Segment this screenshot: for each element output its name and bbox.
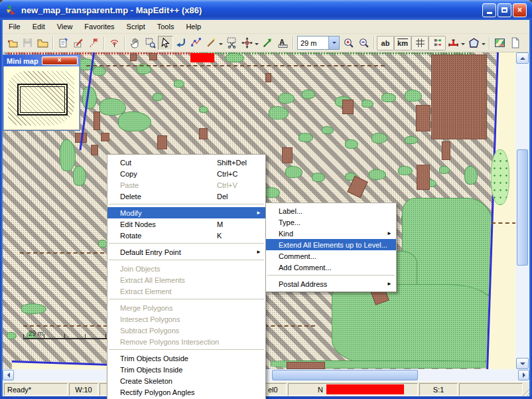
menu-separator	[109, 349, 264, 351]
menu-item-type[interactable]: Type...	[266, 216, 396, 228]
minimap-body[interactable]	[3, 66, 80, 130]
toolbar-separator	[489, 37, 490, 50]
junction-tool-icon[interactable]	[446, 36, 461, 50]
vertical-scrollbar-thumb[interactable]	[517, 149, 528, 266]
status-n-progress: N	[288, 383, 418, 396]
map-view-icon[interactable]	[492, 36, 507, 50]
menubar-item-script[interactable]: Script	[121, 21, 151, 33]
menubar-item-favorites[interactable]: Favorites	[78, 21, 120, 33]
menu-item-rectify-polygon-angles[interactable]: Rectify Polygon Angles	[107, 386, 265, 398]
minimize-button[interactable]	[482, 3, 496, 17]
menu-item-cut[interactable]: CutShift+Del	[107, 157, 265, 168]
menu-item-comment[interactable]: Comment...	[266, 250, 396, 262]
zoom-out-icon[interactable]	[356, 36, 371, 50]
toolbar-separator	[52, 37, 54, 50]
scroll-down-icon[interactable]	[516, 358, 529, 369]
scroll-left-icon[interactable]	[3, 370, 14, 380]
menu-item-trim-objects-outside[interactable]: Trim Objects Outside	[107, 353, 265, 364]
menu-item-merge-polygons: Merge Polygons	[107, 302, 265, 313]
menu-item-postal-address[interactable]: Postal Address►	[266, 278, 396, 289]
menu-item-label[interactable]: Label...	[266, 205, 396, 216]
zoom-scale-value: 29 m	[298, 39, 328, 47]
menu-item-modify[interactable]: Modify►	[107, 207, 265, 218]
submenu-arrow-icon: ►	[386, 281, 392, 287]
map-feature-d	[492, 222, 515, 224]
polyline-icon[interactable]	[188, 36, 204, 50]
minimap-close-icon: ×	[58, 56, 62, 64]
window-title: new_map_transparent.mp - MapEdit++ (x86)	[21, 5, 481, 15]
status-empty	[459, 383, 523, 396]
submenu-arrow-icon: ►	[255, 210, 261, 216]
menubar-item-file[interactable]: File	[3, 21, 27, 33]
grid-toggle-icon[interactable]	[411, 36, 429, 50]
scroll-up-icon[interactable]	[516, 52, 529, 64]
magic-wand-icon[interactable]	[204, 36, 219, 50]
zoom-scale-combo[interactable]: 29 m	[297, 36, 340, 50]
polygon-dropdown-icon[interactable]	[482, 43, 486, 47]
menu-item-extend-all-elements-up-to-level[interactable]: Extend All Elements up to Level...	[266, 239, 396, 250]
new-file-icon[interactable]	[507, 36, 523, 50]
menubar-item-view[interactable]: View	[51, 21, 79, 33]
submenu-arrow-icon: ►	[386, 230, 392, 236]
attach-node-icon[interactable]	[173, 36, 188, 50]
zoom-in-icon[interactable]	[341, 36, 356, 50]
open-map-icon[interactable]	[5, 36, 20, 50]
zoom-region-icon[interactable]	[143, 36, 158, 50]
wizard-icon[interactable]	[71, 36, 86, 50]
maximize-icon	[501, 7, 507, 13]
transform-move-icon[interactable]	[239, 36, 255, 50]
select-cursor-icon[interactable]	[158, 36, 173, 50]
polygon-tool-icon[interactable]	[466, 36, 482, 50]
minimap-panel: Mini map ×	[3, 54, 80, 131]
nodes-toggle-icon[interactable]	[429, 36, 446, 50]
submenu-arrow-icon: ►	[255, 249, 261, 255]
menu-item-kind[interactable]: Kind►	[266, 228, 396, 239]
menubar-item-edit[interactable]: Edit	[27, 21, 51, 33]
maximize-button[interactable]	[498, 3, 511, 17]
direction-icon[interactable]	[260, 36, 275, 50]
menu-item-add-comment[interactable]: Add Comment...	[266, 262, 396, 273]
toolbar-separator	[293, 37, 294, 50]
scroll-right-icon[interactable]	[518, 370, 529, 380]
minimap-viewport-rect[interactable]	[17, 84, 68, 116]
toolbar-separator	[373, 37, 375, 50]
menubar-item-help[interactable]: Help	[180, 21, 207, 33]
menu-item-edit-nodes[interactable]: Edit NodesM	[107, 218, 265, 230]
menu-item-subtract-polygons: Subtract Polygons	[107, 325, 265, 336]
horizontal-scrollbar[interactable]	[3, 369, 529, 381]
menu-item-extract-element: Extract Element	[107, 285, 265, 297]
pan-hand-icon[interactable]	[127, 36, 143, 50]
menubar-item-tools[interactable]: Tools	[151, 21, 180, 33]
combo-dropdown-icon[interactable]	[328, 37, 339, 49]
menu-item-default-entry-point[interactable]: Default Entry Point►	[107, 246, 265, 258]
menu-separator	[109, 204, 264, 205]
context-menu: CutShift+DelCopyCtrl+CPasteCtrl+VDeleteD…	[107, 154, 266, 399]
signal-icon[interactable]	[107, 36, 122, 50]
menu-item-trim-objects-inside[interactable]: Trim Objects Inside	[107, 364, 265, 375]
transform-dropdown-icon[interactable]	[255, 43, 259, 47]
menu-item-copy[interactable]: CopyCtrl+C	[107, 168, 265, 179]
labels-toggle-button[interactable]: ab	[377, 36, 394, 50]
close-button[interactable]: ×	[513, 3, 527, 17]
element-properties-icon[interactable]	[56, 36, 71, 50]
minimap-close-button[interactable]: ×	[42, 56, 78, 65]
status-bar: Ready* W:10 el0 N S:1	[3, 381, 529, 396]
units-toggle-button[interactable]: km	[394, 36, 411, 50]
app-logo-icon	[5, 4, 17, 16]
menu-item-create-skeleton[interactable]: Create Skeleton	[107, 375, 265, 386]
route-flag-icon[interactable]	[86, 36, 101, 50]
menu-item-delete[interactable]: DeleteDel	[107, 191, 265, 202]
toolbar-separator	[103, 37, 105, 50]
save-icon	[20, 36, 35, 50]
vertical-scrollbar[interactable]	[515, 52, 529, 369]
menu-item-rotate[interactable]: RotateK	[107, 230, 265, 241]
map-scale-bar: 29 m	[23, 330, 108, 339]
horizontal-scrollbar-thumb[interactable]	[272, 370, 418, 380]
minimap-title-bar[interactable]: Mini map ×	[3, 55, 80, 66]
magic-wand-dropdown-icon[interactable]	[219, 43, 223, 47]
title-bar[interactable]: new_map_transparent.mp - MapEdit++ (x86)…	[0, 0, 532, 20]
clip-region-icon[interactable]	[224, 36, 239, 50]
label-ruler-icon[interactable]: A	[275, 36, 291, 50]
open-folder-icon[interactable]	[35, 36, 50, 50]
junction-dropdown-icon[interactable]	[461, 43, 465, 47]
